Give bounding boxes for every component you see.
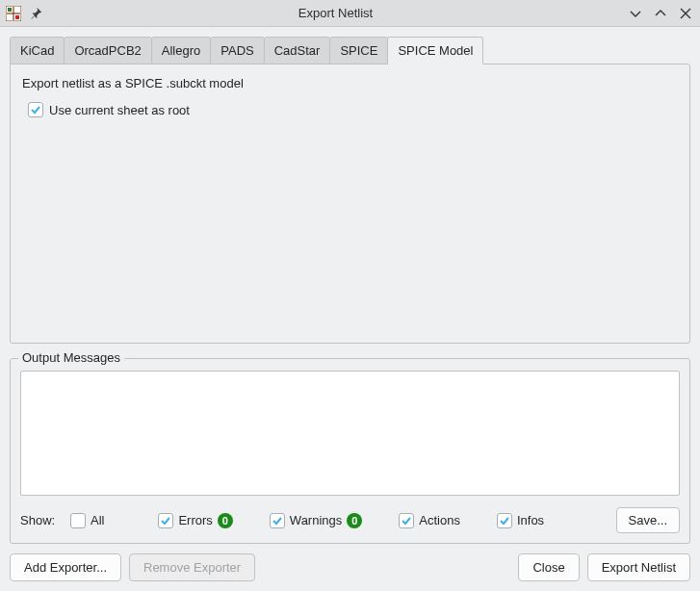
filter-actions[interactable]: Actions [399, 513, 460, 528]
filter-infos-checkbox[interactable] [497, 513, 512, 528]
svg-rect-4 [15, 15, 19, 19]
tab-label: OrcadPCB2 [74, 43, 141, 58]
close-button[interactable]: Close [518, 553, 579, 581]
filter-infos-label: Infos [517, 513, 544, 527]
minimize-icon[interactable] [627, 5, 644, 22]
tab-orcadpcb2[interactable]: OrcadPCB2 [64, 37, 151, 64]
titlebar: Export Netlist [0, 0, 700, 27]
pin-icon[interactable] [27, 5, 44, 22]
remove-exporter-button: Remove Exporter [129, 553, 255, 581]
svg-rect-3 [8, 8, 12, 12]
app-icon [6, 6, 21, 21]
filter-actions-checkbox[interactable] [399, 513, 414, 528]
tab-spice[interactable]: SPICE [329, 37, 388, 64]
tab-label: SPICE Model [398, 43, 473, 58]
filter-infos[interactable]: Infos [497, 513, 544, 528]
filter-actions-label: Actions [419, 513, 460, 527]
filter-errors-label: Errors [178, 513, 212, 527]
filter-all-checkbox[interactable] [70, 513, 86, 528]
tab-label: PADS [220, 43, 253, 58]
maximize-icon[interactable] [652, 5, 669, 22]
filter-warnings-checkbox[interactable] [270, 513, 285, 528]
show-label: Show: [20, 513, 63, 527]
errors-count-badge: 0 [218, 513, 233, 528]
export-netlist-label: Export Netlist [602, 560, 676, 575]
tab-allegro[interactable]: Allegro [151, 37, 211, 64]
save-button-label: Save... [629, 513, 667, 527]
use-current-sheet-label: Use current sheet as root [49, 103, 190, 117]
output-messages-label: Output Messages [18, 350, 124, 365]
window-title: Export Netlist [44, 6, 627, 20]
tab-label: Allegro [162, 43, 200, 58]
output-messages-box[interactable] [20, 371, 680, 496]
filter-errors[interactable]: Errors 0 [158, 513, 232, 528]
tab-label: CadStar [274, 43, 321, 58]
dialog-content: KiCad OrcadPCB2 Allegro PADS CadStar SPI… [0, 27, 700, 591]
panel-description: Export netlist as a SPICE .subckt model [22, 76, 678, 90]
tab-kicad[interactable]: KiCad [10, 37, 65, 64]
tab-pads[interactable]: PADS [210, 37, 264, 64]
tab-cadstar[interactable]: CadStar [264, 37, 331, 64]
use-current-sheet-checkbox[interactable] [28, 102, 43, 117]
tab-label: KiCad [20, 43, 54, 58]
remove-exporter-label: Remove Exporter [143, 560, 241, 575]
use-current-sheet-row[interactable]: Use current sheet as root [28, 102, 678, 117]
tabstrip: KiCad OrcadPCB2 Allegro PADS CadStar SPI… [10, 37, 690, 64]
tab-spice-model[interactable]: SPICE Model [387, 37, 483, 64]
close-button-label: Close [532, 560, 564, 575]
export-netlist-button[interactable]: Export Netlist [587, 553, 690, 581]
save-button[interactable]: Save... [616, 507, 680, 533]
filter-errors-checkbox[interactable] [158, 513, 173, 528]
filter-all-label: All [91, 513, 104, 527]
tab-label: SPICE [340, 43, 377, 58]
tab-panel: Export netlist as a SPICE .subckt model … [10, 64, 690, 344]
filter-all[interactable]: All [70, 513, 104, 528]
filter-warnings[interactable]: Warnings 0 [270, 513, 362, 528]
add-exporter-button[interactable]: Add Exporter... [10, 553, 121, 581]
add-exporter-label: Add Exporter... [24, 560, 107, 575]
button-row: Add Exporter... Remove Exporter Close Ex… [10, 553, 690, 581]
warnings-count-badge: 0 [347, 513, 362, 528]
filter-row: Show: All Errors 0 Warnings [20, 507, 680, 533]
output-messages-group: Output Messages Show: All Errors 0 [10, 358, 690, 544]
filter-warnings-label: Warnings [290, 513, 342, 527]
close-icon[interactable] [677, 5, 694, 22]
